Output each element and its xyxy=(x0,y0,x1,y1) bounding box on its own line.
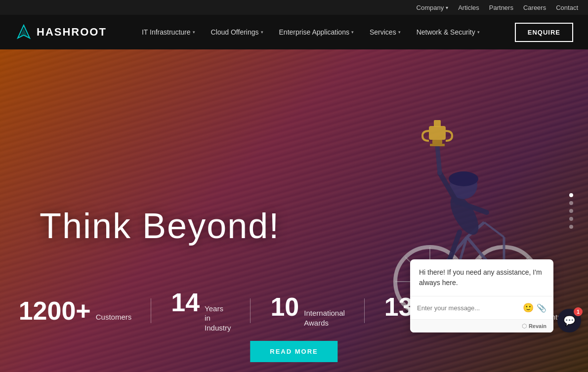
stat-years-number: 14 xyxy=(171,289,200,315)
nav-it-infrastructure[interactable]: IT Infrastructure xyxy=(135,24,202,40)
slide-dot-4[interactable] xyxy=(569,217,573,221)
slide-dot-5[interactable] xyxy=(569,225,573,229)
chat-bubble-icon: 💬 xyxy=(563,315,576,327)
attach-icon[interactable]: 📎 xyxy=(537,303,546,313)
stat-customers-label: Customers xyxy=(96,312,132,322)
contact-link[interactable]: Contact xyxy=(556,4,578,11)
enquire-button[interactable]: ENQUIRE xyxy=(515,23,573,42)
nav-links: IT Infrastructure Cloud Offerings Enterp… xyxy=(135,24,487,40)
chat-badge: 1 xyxy=(574,307,583,316)
partners-link[interactable]: Partners xyxy=(489,4,513,11)
chat-bubble-button[interactable]: 💬 1 xyxy=(557,309,581,332)
hero-section: Think Beyond! 1200+ Customers 14 Years i… xyxy=(0,49,588,372)
stat-customers: 1200+ Customers xyxy=(0,298,151,324)
read-more-button[interactable]: READ MORE xyxy=(250,341,337,362)
company-link[interactable]: Company xyxy=(417,4,449,11)
hero-title: Think Beyond! xyxy=(40,206,280,246)
stat-locations-number: 13 xyxy=(384,294,413,320)
careers-link[interactable]: Careers xyxy=(523,4,546,11)
chat-icons: 🙂 📎 xyxy=(523,302,546,313)
chat-input[interactable] xyxy=(417,304,523,312)
stat-customers-number: 1200+ xyxy=(19,298,91,324)
chat-footer: ⬡ Revain xyxy=(410,319,553,332)
nav-enterprise-applications[interactable]: Enterprise Applications xyxy=(272,24,361,40)
main-nav: HASHROOT IT Infrastructure Cloud Offerin… xyxy=(0,15,588,49)
revain-icon: ⬡ xyxy=(522,323,527,330)
stat-awards: 10 International Awards xyxy=(251,294,364,328)
nav-cloud-offerings[interactable]: Cloud Offerings xyxy=(204,24,270,40)
slide-dot-3[interactable] xyxy=(569,209,573,213)
stat-awards-label: International Awards xyxy=(304,308,345,328)
chat-header: Hi there! If you need any assistance, I'… xyxy=(410,259,553,296)
slide-dots xyxy=(569,193,573,229)
slide-dot-2[interactable] xyxy=(569,201,573,205)
stat-years: 14 Years in Industry xyxy=(151,289,251,333)
chat-widget: Hi there! If you need any assistance, I'… xyxy=(410,259,553,332)
stat-years-label: Years in Industry xyxy=(205,304,231,333)
nav-network-security[interactable]: Network & Security xyxy=(410,24,487,40)
logo-text: HASHROOT xyxy=(37,26,107,39)
articles-link[interactable]: Articles xyxy=(458,4,479,11)
logo-icon xyxy=(15,23,33,41)
stat-awards-number: 10 xyxy=(270,294,299,320)
logo[interactable]: HASHROOT xyxy=(15,23,107,41)
top-bar: Company Articles Partners Careers Contac… xyxy=(0,0,588,15)
nav-services[interactable]: Services xyxy=(363,24,408,40)
emoji-icon[interactable]: 🙂 xyxy=(523,302,534,313)
svg-marker-1 xyxy=(20,28,28,37)
slide-dot-1[interactable] xyxy=(569,193,573,197)
chat-greeting: Hi there! If you need any assistance, I'… xyxy=(419,267,545,288)
chat-input-area: 🙂 📎 xyxy=(410,296,553,319)
revain-brand: Revain xyxy=(529,323,546,329)
